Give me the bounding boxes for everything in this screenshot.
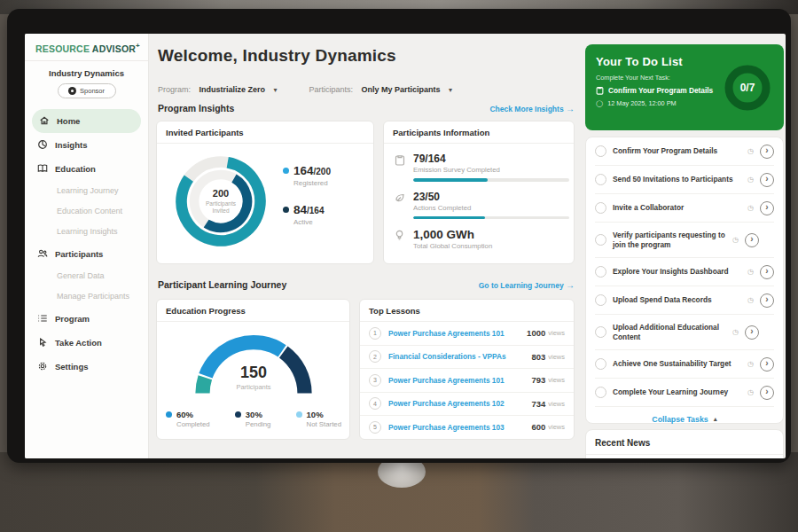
legend-active: 84/164 Active xyxy=(283,201,331,226)
lesson-row: 1 Power Purchase Agreements 101 1000 vie… xyxy=(360,322,574,346)
task-row: Invite a Collaborator ◷ › xyxy=(595,194,774,223)
todo-progress-value: 0/7 xyxy=(722,62,773,113)
todo-progress-ring: 0/7 xyxy=(722,62,773,113)
clock-icon: ◷ xyxy=(747,204,754,212)
lesson-link[interactable]: Power Purchase Agreements 102 xyxy=(388,399,531,408)
sidebar-item-settings[interactable]: Settings xyxy=(25,355,148,379)
participants-information-card: Participants Information 79/164 Emission… xyxy=(383,121,575,264)
education-gauge-chart: 150 Participants xyxy=(187,326,320,403)
lesson-link[interactable]: Power Purchase Agreements 101 xyxy=(388,329,527,338)
sidebar-item-home[interactable]: Home xyxy=(32,109,141,133)
sidebar-item-education-content[interactable]: Education Content xyxy=(25,201,148,222)
card-title: Participants Information xyxy=(384,121,574,144)
task-checkbox[interactable] xyxy=(595,145,606,157)
bulb-icon xyxy=(395,228,406,250)
sidebar-item-insights[interactable]: Insights xyxy=(25,133,148,157)
sidebar-menu: Home Insights Education Learning Journey… xyxy=(25,109,148,379)
rank-badge: 5 xyxy=(369,421,381,434)
sponsor-icon xyxy=(68,87,76,95)
invited-donut-chart: 200 Participants Invited xyxy=(169,150,272,253)
task-open-button[interactable]: › xyxy=(760,386,774,400)
legend-registered: 164/200 Registered xyxy=(283,162,331,187)
task-checkbox[interactable] xyxy=(595,358,606,370)
card-title: Invited Participants xyxy=(157,121,373,144)
legend-dot-not-started xyxy=(296,411,302,418)
task-open-button[interactable]: › xyxy=(745,325,759,340)
task-row: Confirm Your Program Details ◷ › xyxy=(595,137,774,166)
sidebar-item-participants[interactable]: Participants xyxy=(25,242,148,266)
lesson-row: 4 Power Purchase Agreements 102 734 view… xyxy=(360,393,574,417)
legend-not-started: 10%Not Started xyxy=(296,410,341,428)
brand-logo[interactable]: RESOURCE ADVISOR+ xyxy=(25,34,148,61)
todo-header-card: Your To Do List Complete Your Next Task:… xyxy=(585,44,784,130)
arrow-right-icon: → xyxy=(566,104,575,113)
sidebar-item-learning-journey[interactable]: Learning Journey xyxy=(25,181,148,201)
legend-dot-pending xyxy=(235,411,241,418)
section-title: Program Insights xyxy=(158,103,234,113)
task-checkbox[interactable] xyxy=(595,202,606,214)
lesson-row: 3 Power Purchase Agreements 101 793 view… xyxy=(360,369,574,393)
task-open-button[interactable]: › xyxy=(760,357,774,372)
emission-progress-bar xyxy=(413,178,569,182)
donut-legend: 164/200 Registered 84/164 Active xyxy=(283,162,331,240)
gauge-center: 150 Participants xyxy=(187,364,320,391)
clipboard-icon xyxy=(395,153,406,182)
section-title: Participant Learning Journey xyxy=(158,279,286,290)
task-open-button[interactable]: › xyxy=(745,233,759,247)
check-more-insights-link[interactable]: Check More Insights → xyxy=(489,104,575,113)
task-row: Send 50 Invitations to Participants ◷ › xyxy=(595,166,774,194)
go-to-learning-journey-link[interactable]: Go to Learning Journey → xyxy=(479,280,575,290)
chevron-down-icon: ▾ xyxy=(273,86,277,94)
program-filter[interactable]: Program: Industrialize Zero ▾ xyxy=(158,80,277,96)
task-row: Achieve One Sustainability Target ◷ › xyxy=(595,350,774,379)
sponsor-label: Sponsor xyxy=(80,87,105,95)
sidebar-item-program[interactable]: Program xyxy=(25,307,148,331)
task-open-button[interactable]: › xyxy=(760,173,774,187)
education-progress-card: Education Progress 150 Participants 60%C… xyxy=(156,299,350,440)
insights-icon xyxy=(37,139,48,150)
task-checkbox[interactable] xyxy=(595,266,606,278)
sidebar: RESOURCE ADVISOR+ Industry Dynamics Spon… xyxy=(25,34,149,458)
task-open-button[interactable]: › xyxy=(760,145,774,159)
leaf-icon xyxy=(395,191,406,220)
task-checkbox[interactable] xyxy=(595,387,606,398)
task-open-button[interactable]: › xyxy=(760,265,774,279)
learning-journey-header: Participant Learning Journey Go to Learn… xyxy=(158,279,575,290)
top-lessons-card: Top Lessons 1 Power Purchase Agreements … xyxy=(359,299,575,440)
monitor-bezel: RESOURCE ADVISOR+ Industry Dynamics Spon… xyxy=(7,9,791,463)
clock-icon: ◷ xyxy=(747,388,754,396)
collapse-tasks-link[interactable]: Collapse Tasks ▴ xyxy=(595,407,774,431)
rank-badge: 1 xyxy=(369,327,381,340)
photo-background: RESOURCE ADVISOR+ Industry Dynamics Spon… xyxy=(0,0,798,532)
lesson-link[interactable]: Power Purchase Agreements 103 xyxy=(388,423,531,432)
legend-dot-completed xyxy=(166,411,172,418)
clock-icon: ◷ xyxy=(747,147,754,155)
task-row: Explore Your Insights Dashboard ◷ › xyxy=(595,258,774,286)
org-name: Industry Dynamics xyxy=(25,68,148,78)
donut-center: 200 Participants Invited xyxy=(169,150,272,253)
program-insights-header: Program Insights Check More Insights → xyxy=(158,103,575,113)
task-checkbox[interactable] xyxy=(595,326,606,338)
task-checkbox[interactable] xyxy=(595,174,606,185)
task-open-button[interactable]: › xyxy=(760,293,774,308)
task-checkbox[interactable] xyxy=(595,294,606,306)
card-title: Education Progress xyxy=(157,300,349,322)
clipboard-icon xyxy=(596,86,604,95)
lesson-link[interactable]: Financial Considerations - VPPAs xyxy=(388,352,531,361)
clock-icon: ◷ xyxy=(732,328,739,336)
task-open-button[interactable]: › xyxy=(760,201,774,215)
task-checkbox[interactable] xyxy=(595,234,606,246)
sidebar-item-manage-participants[interactable]: Manage Participants xyxy=(25,286,148,307)
lesson-link[interactable]: Power Purchase Agreements 101 xyxy=(388,376,531,385)
sidebar-item-take-action[interactable]: Take Action xyxy=(25,331,148,355)
lesson-row: 5 Power Purchase Agreements 103 600 view… xyxy=(360,416,574,439)
sidebar-item-learning-insights[interactable]: Learning Insights xyxy=(25,222,148,242)
rank-badge: 4 xyxy=(369,397,381,410)
stat-global-consumption: 1,000 GWh Total Global Consumption xyxy=(384,219,574,250)
participants-filter[interactable]: Participants: Only My Participants ▾ xyxy=(309,80,451,96)
clock-icon: ◷ xyxy=(747,296,754,304)
sidebar-item-general-data[interactable]: General Data xyxy=(25,266,148,286)
clock-icon: ◯ xyxy=(596,99,603,107)
dashboard-screen: RESOURCE ADVISOR+ Industry Dynamics Spon… xyxy=(25,34,786,458)
sidebar-item-education[interactable]: Education xyxy=(25,157,148,181)
